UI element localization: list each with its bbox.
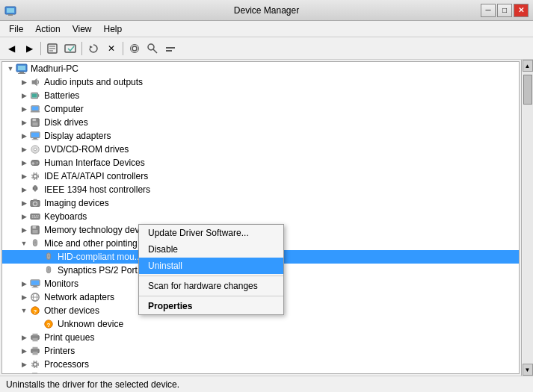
tree-item-unknown[interactable]: ?Unknown device — [2, 317, 519, 331]
item-label-imaging: Imaging devices — [43, 198, 109, 208]
expand-icon-mice[interactable]: ▼ — [19, 238, 29, 249]
svg-rect-84 — [32, 373, 38, 374]
expand-icon-batteries[interactable]: ▶ — [19, 90, 29, 101]
toolbar-properties[interactable] — [44, 40, 61, 57]
svg-rect-32 — [32, 139, 39, 140]
expand-icon-ieee[interactable]: ▶ — [19, 184, 29, 195]
expand-icon-printers[interactable]: ▶ — [19, 346, 29, 356]
svg-rect-14 — [166, 50, 172, 52]
toolbar-search[interactable] — [144, 40, 161, 57]
expand-icon-network[interactable]: ▶ — [19, 292, 29, 302]
item-label-hid: Human Interface Devices — [43, 158, 145, 168]
root-label: Madhuri-PC — [29, 63, 78, 74]
tree-item-audio[interactable]: ▶Audio inputs and outputs — [2, 75, 519, 89]
svg-point-39 — [33, 174, 37, 178]
close-button[interactable]: ✕ — [514, 4, 529, 17]
svg-rect-46 — [33, 199, 37, 202]
toolbar-scan[interactable] — [62, 40, 78, 57]
tree-item-displayadapters[interactable]: ▶Display adapters — [2, 129, 519, 143]
expand-icon-imaging[interactable]: ▶ — [19, 198, 29, 208]
tree-item-dvd[interactable]: ▶DVD/CD-ROM drives — [2, 143, 519, 156]
scrollbar[interactable]: ▲ ▼ — [521, 60, 533, 376]
device-icon-processors — [29, 358, 41, 370]
expand-icon-diskdrives[interactable]: ▶ — [19, 117, 29, 128]
svg-rect-21 — [32, 93, 37, 97]
tree-item-software[interactable]: ▶Software devices — [2, 371, 519, 374]
expand-icon-hid_mouse[interactable] — [32, 252, 43, 262]
status-text: Uninstalls the driver for the selected d… — [6, 379, 179, 390]
expand-icon-printq[interactable]: ▶ — [19, 332, 29, 343]
device-icon-synaptics — [43, 264, 55, 276]
expand-icon-hid[interactable]: ▶ — [19, 158, 29, 168]
expand-icon-software[interactable]: ▶ — [19, 373, 29, 374]
menu-action[interactable]: Action — [29, 22, 66, 36]
window-controls: ─ □ ✕ — [481, 4, 529, 17]
expand-icon-ide[interactable]: ▶ — [19, 171, 29, 181]
tree-item-hid[interactable]: ▶Human Interface Devices — [2, 156, 519, 169]
expand-icon-synaptics[interactable] — [32, 265, 43, 276]
tree-item-batteries[interactable]: ▶Batteries — [2, 89, 519, 102]
svg-rect-27 — [36, 119, 37, 121]
toolbar-settings[interactable] — [126, 40, 143, 57]
item-label-printq: Print queues — [43, 332, 94, 343]
svg-rect-13 — [166, 47, 175, 49]
expand-icon-keyboards[interactable]: ▶ — [19, 211, 29, 222]
device-icon-audio — [29, 76, 41, 88]
svg-point-10 — [131, 44, 139, 52]
toolbar-update[interactable] — [85, 40, 102, 57]
title-bar: Device Manager ─ □ ✕ — [0, 0, 533, 21]
tree-item-ide[interactable]: ▶IDE ATA/ATAPI controllers — [2, 169, 519, 183]
menu-file[interactable]: File — [3, 22, 29, 36]
tree-item-processors[interactable]: ▶Processors — [2, 358, 519, 371]
expand-icon-dvd[interactable]: ▶ — [19, 144, 29, 155]
device-icon-other: ? — [29, 305, 41, 317]
item-label-diskdrives: Disk drives — [43, 117, 88, 128]
toolbar-extra[interactable] — [162, 40, 179, 57]
minimize-button[interactable]: ─ — [481, 4, 496, 17]
expand-icon-audio[interactable]: ▶ — [19, 77, 29, 87]
svg-point-82 — [33, 362, 37, 366]
tree-root[interactable]: ▼ Madhuri-PC — [2, 62, 519, 75]
menu-view[interactable]: View — [67, 22, 98, 36]
svg-point-38 — [37, 162, 38, 164]
svg-rect-41 — [34, 186, 37, 190]
tree-item-printq[interactable]: ▶Print queues — [2, 331, 519, 344]
toolbar-cancel[interactable]: ✕ — [103, 40, 120, 57]
scroll-thumb[interactable] — [523, 75, 532, 105]
toolbar-forward[interactable]: ▶ — [21, 40, 37, 57]
tree-view[interactable]: ▼ Madhuri-PC ▶Audio inputs and outputs▶B… — [1, 61, 520, 374]
device-icon-hid — [29, 157, 41, 169]
item-label-ieee: IEEE 1394 host controllers — [43, 184, 150, 195]
expand-icon-monitors[interactable]: ▶ — [19, 279, 29, 289]
device-icon-hid_mouse — [43, 251, 55, 263]
ctx-item-properties[interactable]: Properties — [139, 298, 283, 314]
tree-item-ieee[interactable]: ▶IEEE 1394 host controllers — [2, 183, 519, 196]
expand-icon-unknown[interactable] — [32, 319, 43, 329]
expand-icon-displayadapters[interactable]: ▶ — [19, 131, 29, 141]
maximize-button[interactable]: □ — [497, 4, 512, 17]
ctx-separator-1 — [139, 276, 283, 276]
tree-item-computer[interactable]: ▶Computer — [2, 102, 519, 116]
svg-rect-57 — [36, 226, 37, 228]
svg-rect-17 — [19, 72, 24, 73]
expand-icon-computer[interactable]: ▶ — [19, 104, 29, 114]
expand-icon-processors[interactable]: ▶ — [19, 359, 29, 370]
item-label-hid_mouse: HID-compliant mou... — [56, 252, 142, 262]
svg-point-11 — [148, 44, 154, 50]
tree-item-diskdrives[interactable]: ▶Disk drives — [2, 116, 519, 129]
scroll-up-button[interactable]: ▲ — [523, 60, 533, 72]
svg-rect-52 — [32, 217, 34, 217]
expand-icon-other[interactable]: ▼ — [19, 305, 29, 316]
svg-rect-30 — [31, 133, 40, 137]
ctx-item-update[interactable]: Update Driver Software... — [139, 225, 283, 241]
menu-help[interactable]: Help — [98, 22, 129, 36]
tree-item-keyboards[interactable]: ▶Keyboards — [2, 210, 519, 223]
ctx-item-uninstall[interactable]: Uninstall — [139, 258, 283, 274]
scroll-down-button[interactable]: ▼ — [523, 364, 533, 376]
ctx-item-disable[interactable]: Disable — [139, 241, 283, 258]
ctx-item-scan[interactable]: Scan for hardware changes — [139, 278, 283, 294]
tree-item-imaging[interactable]: ▶Imaging devices — [2, 196, 519, 210]
tree-item-printers[interactable]: ▶Printers — [2, 344, 519, 358]
toolbar-back[interactable]: ◀ — [3, 40, 19, 57]
expand-icon-memory[interactable]: ▶ — [19, 225, 29, 235]
